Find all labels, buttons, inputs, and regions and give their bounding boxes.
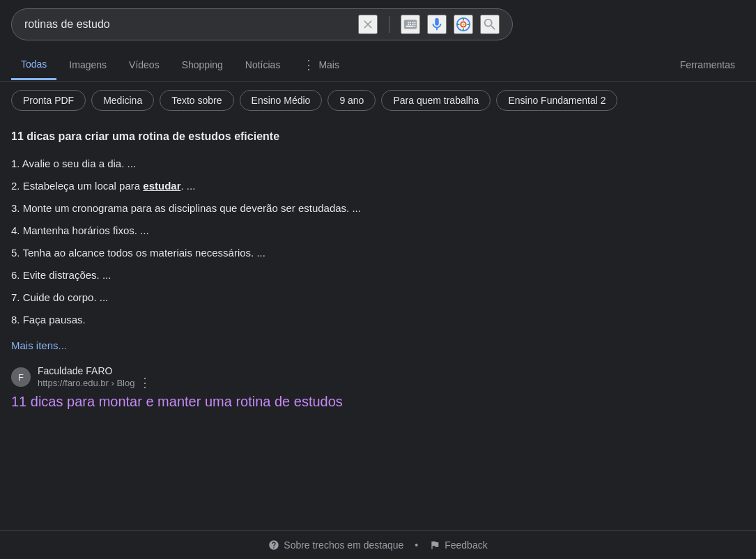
- list-item: 7. Cuide do corpo. ...: [11, 286, 745, 309]
- list-item: 1. Avalie o seu dia a dia. ...: [11, 153, 745, 175]
- lens-icon: [456, 17, 471, 32]
- keyboard-icon: [403, 17, 418, 32]
- pill-ensino-fundamental[interactable]: Ensino Fundamental 2: [496, 90, 617, 111]
- source-favicon: F: [11, 367, 31, 387]
- pill-pronta-pdf[interactable]: Pronta PDF: [11, 90, 86, 111]
- pill-para-quem-trabalha[interactable]: Para quem trabalha: [381, 90, 491, 111]
- tab-videos[interactable]: Vídeos: [119, 51, 169, 79]
- bottom-dot-separator: •: [415, 539, 418, 551]
- search-divider: [389, 16, 389, 33]
- pill-texto-sobre[interactable]: Texto sobre: [160, 90, 233, 111]
- tab-mais[interactable]: ⋮ Mais: [293, 49, 349, 81]
- list-item: 6. Evite distrações. ...: [11, 264, 745, 286]
- list-item: 3. Monte um cronograma para as disciplin…: [11, 197, 745, 220]
- lens-button[interactable]: [454, 15, 473, 34]
- search-button[interactable]: [480, 15, 500, 34]
- pill-medicina[interactable]: Medicina: [91, 90, 154, 111]
- source-info: Faculdade FARO https://faro.edu.br › Blo…: [38, 365, 151, 389]
- pill-ensino-medio[interactable]: Ensino Médio: [240, 90, 323, 111]
- svg-point-2: [463, 24, 465, 26]
- source-url: https://faro.edu.br › Blog: [38, 378, 134, 388]
- close-icon: [361, 17, 375, 31]
- flag-icon: [429, 539, 440, 551]
- source-url-row: https://faro.edu.br › Blog ⋮: [38, 376, 151, 389]
- snippet-list: 1. Avalie o seu dia a dia. ... 2. Estabe…: [11, 153, 745, 331]
- mic-icon: [429, 17, 445, 32]
- search-input[interactable]: [24, 18, 351, 31]
- list-item: 4. Mantenha horários fixos. ...: [11, 220, 745, 242]
- tab-shopping[interactable]: Shopping: [172, 51, 233, 79]
- tab-todas[interactable]: Todas: [11, 50, 56, 80]
- source-name: Faculdade FARO: [38, 365, 151, 376]
- keyboard-button[interactable]: [401, 15, 420, 34]
- more-dots-icon: ⋮: [302, 57, 316, 72]
- source-header: F Faculdade FARO https://faro.edu.br › B…: [11, 365, 745, 389]
- tab-ferramentas[interactable]: Ferramentas: [670, 51, 745, 79]
- list-item: 2. Estabeleça um local para estudar. ...: [11, 175, 745, 197]
- list-item: 5. Tenha ao alcance todos os materiais n…: [11, 242, 745, 264]
- bottom-bar: Sobre trechos em destaque • Feedback: [0, 530, 756, 559]
- search-bar[interactable]: [11, 8, 513, 40]
- pill-9-ano[interactable]: 9 ano: [327, 90, 376, 111]
- more-items-link[interactable]: Mais itens...: [11, 339, 67, 351]
- result-link[interactable]: 11 dicas para montar e manter uma rotina…: [11, 392, 745, 411]
- tab-imagens[interactable]: Imagens: [59, 51, 116, 79]
- mic-button[interactable]: [427, 15, 447, 34]
- main-content: 11 dicas para criar uma rotina de estudo…: [0, 119, 756, 411]
- filter-pills: Pronta PDF Medicina Texto sobre Ensino M…: [0, 82, 756, 119]
- search-icon: [482, 17, 497, 32]
- snippet-info-button[interactable]: Sobre trechos em destaque: [268, 539, 403, 551]
- source-result: F Faculdade FARO https://faro.edu.br › B…: [11, 365, 745, 411]
- list-item: 8. Faça pausas.: [11, 309, 745, 331]
- bold-estudar: estudar: [143, 180, 180, 192]
- tab-noticias[interactable]: Notícias: [236, 51, 291, 79]
- source-menu-button[interactable]: ⋮: [139, 376, 151, 389]
- question-icon: [268, 539, 279, 551]
- nav-tabs: Todas Imagens Vídeos Shopping Notícias ⋮…: [0, 49, 756, 82]
- search-bar-wrapper: [0, 0, 756, 49]
- feedback-button[interactable]: Feedback: [429, 539, 487, 551]
- clear-button[interactable]: [358, 15, 378, 34]
- snippet-title: 11 dicas para criar uma rotina de estudo…: [11, 130, 745, 143]
